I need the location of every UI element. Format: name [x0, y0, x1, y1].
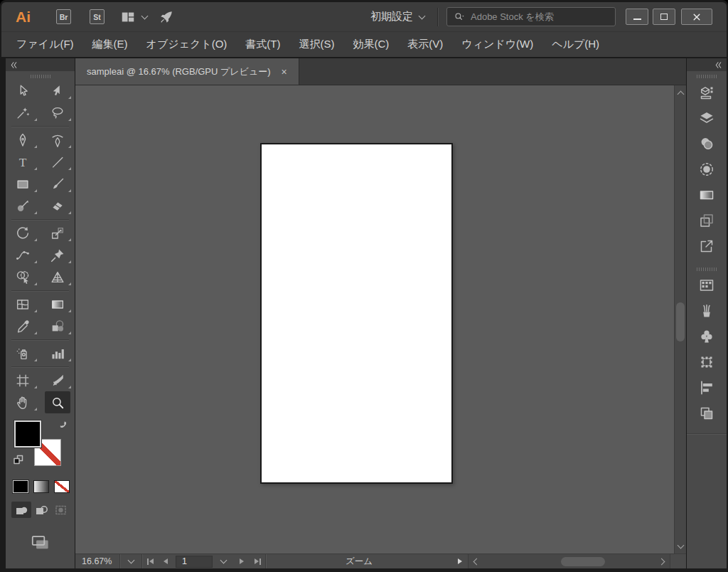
- rocket-icon[interactable]: [159, 9, 174, 25]
- menu-item-edit[interactable]: 編集(E): [83, 38, 137, 51]
- artboard-tool[interactable]: [6, 369, 41, 391]
- fill-color-swatch[interactable]: [14, 420, 41, 447]
- status-flyout-button[interactable]: [452, 558, 468, 564]
- menu-item-file[interactable]: ファイル(F): [7, 38, 83, 51]
- scroll-up-icon[interactable]: [678, 91, 685, 98]
- chevron-down-icon[interactable]: [141, 12, 149, 19]
- transform-panel-button[interactable]: [692, 349, 721, 375]
- direct-selection-tool[interactable]: [41, 80, 75, 102]
- line-segment-tool[interactable]: [41, 151, 75, 173]
- slice-tool[interactable]: [41, 369, 75, 391]
- symbol-sprayer-tool[interactable]: [6, 342, 41, 364]
- eraser-tool[interactable]: [41, 195, 75, 217]
- horizontal-scrollbar-thumb[interactable]: [561, 557, 605, 566]
- draw-behind-button[interactable]: [31, 502, 51, 518]
- artboard[interactable]: [260, 143, 453, 484]
- maximize-button[interactable]: [653, 9, 675, 25]
- vertical-scrollbar-thumb[interactable]: [676, 302, 685, 341]
- scroll-left-icon[interactable]: [473, 558, 481, 565]
- rectangle-tool[interactable]: [6, 173, 41, 195]
- search-input[interactable]: [469, 11, 609, 23]
- export-panel-button[interactable]: [692, 233, 721, 259]
- zoom-level-dropdown[interactable]: [120, 554, 141, 568]
- color-panel-button[interactable]: [692, 131, 721, 157]
- menu-item-select[interactable]: 選択(S): [290, 38, 344, 51]
- workspace-layout-icon[interactable]: [120, 9, 136, 25]
- blend-tool[interactable]: [41, 315, 75, 337]
- perspective-grid-tool[interactable]: [41, 266, 75, 288]
- zoom-level-value[interactable]: 16.67%: [75, 556, 119, 566]
- menu-item-effect[interactable]: 効果(C): [344, 38, 399, 51]
- first-artboard-button[interactable]: [142, 554, 158, 568]
- shaper-tool[interactable]: [6, 195, 41, 217]
- default-fill-stroke-icon[interactable]: [13, 455, 24, 467]
- workspace-switcher[interactable]: 初期設定: [370, 10, 413, 23]
- hand-tool[interactable]: [6, 391, 41, 413]
- expand-panels-icon[interactable]: [714, 60, 723, 70]
- panel-grip[interactable]: [697, 75, 717, 78]
- scroll-right-icon[interactable]: [658, 558, 665, 565]
- panel-grip[interactable]: [697, 268, 717, 271]
- lasso-tool[interactable]: [41, 102, 75, 124]
- tools-panel-header[interactable]: [6, 58, 75, 71]
- paintbrush-tool[interactable]: [41, 173, 75, 195]
- pen-tool[interactable]: [6, 129, 41, 151]
- bridge-button[interactable]: Br: [56, 9, 71, 24]
- shape-builder-tool[interactable]: [6, 266, 41, 288]
- puppet-warp-tool[interactable]: [41, 244, 75, 266]
- zoom-tool[interactable]: [45, 391, 71, 413]
- transparency-panel-button[interactable]: [692, 208, 721, 233]
- previous-artboard-button[interactable]: [158, 554, 173, 568]
- symbols-panel-button[interactable]: [692, 324, 721, 349]
- artboard-dropdown[interactable]: [213, 554, 234, 568]
- color-fill-button[interactable]: [13, 480, 28, 493]
- horizontal-scrollbar[interactable]: [468, 554, 670, 568]
- draw-inside-button[interactable]: [51, 502, 71, 518]
- magic-wand-tool[interactable]: [6, 102, 41, 124]
- align-panel-button[interactable]: [692, 375, 721, 401]
- menu-item-help[interactable]: ヘルプ(H): [542, 38, 609, 51]
- stock-button[interactable]: St: [90, 9, 105, 24]
- selection-tool[interactable]: [6, 80, 41, 102]
- menu-item-object[interactable]: オブジェクト(O): [137, 38, 237, 51]
- menu-item-view[interactable]: 表示(V): [398, 38, 452, 51]
- brushes-panel-button[interactable]: [692, 298, 721, 324]
- layers-panel-button[interactable]: [692, 105, 721, 131]
- artboard-number-field[interactable]: 1: [176, 556, 213, 568]
- adobe-stock-search[interactable]: [446, 7, 616, 26]
- type-tool[interactable]: T: [6, 151, 41, 173]
- collapse-panel-icon[interactable]: [9, 60, 18, 70]
- chevron-down-icon[interactable]: [419, 12, 426, 19]
- width-tool[interactable]: [6, 244, 41, 266]
- document-tab[interactable]: sampleai @ 16.67% (RGB/GPU プレビュー) ×: [75, 58, 299, 85]
- canvas[interactable]: [75, 85, 686, 554]
- gradient-panel-button[interactable]: [692, 182, 721, 208]
- libraries-panel-button[interactable]: [692, 80, 721, 105]
- rotate-tool[interactable]: [6, 222, 41, 244]
- eyedropper-tool[interactable]: [6, 315, 41, 337]
- curvature-tool[interactable]: [41, 129, 75, 151]
- dock-header[interactable]: [687, 58, 727, 71]
- draw-normal-button[interactable]: [11, 502, 31, 518]
- scale-tool[interactable]: [41, 222, 75, 244]
- tab-close-icon[interactable]: ×: [282, 66, 287, 78]
- scroll-down-icon[interactable]: [678, 542, 685, 549]
- screen-mode-button[interactable]: [6, 534, 75, 552]
- vertical-scrollbar[interactable]: [674, 85, 686, 554]
- menu-item-type[interactable]: 書式(T): [236, 38, 289, 51]
- swap-fill-stroke-icon[interactable]: [55, 417, 73, 434]
- swatches-panel-button[interactable]: [692, 272, 721, 298]
- color-guide-panel-button[interactable]: [692, 157, 721, 182]
- close-button[interactable]: [681, 9, 712, 25]
- column-graph-tool[interactable]: [41, 342, 75, 364]
- minimize-button[interactable]: [626, 9, 648, 25]
- last-artboard-button[interactable]: [250, 554, 265, 568]
- mesh-tool[interactable]: [6, 293, 41, 315]
- none-fill-button[interactable]: [54, 480, 70, 493]
- gradient-fill-button[interactable]: [33, 480, 49, 493]
- menu-item-window[interactable]: ウィンドウ(W): [452, 38, 542, 51]
- next-artboard-button[interactable]: [234, 554, 250, 568]
- gradient-tool[interactable]: [41, 293, 75, 315]
- pathfinder-panel-button[interactable]: [692, 401, 721, 426]
- panel-grip[interactable]: [31, 75, 50, 78]
